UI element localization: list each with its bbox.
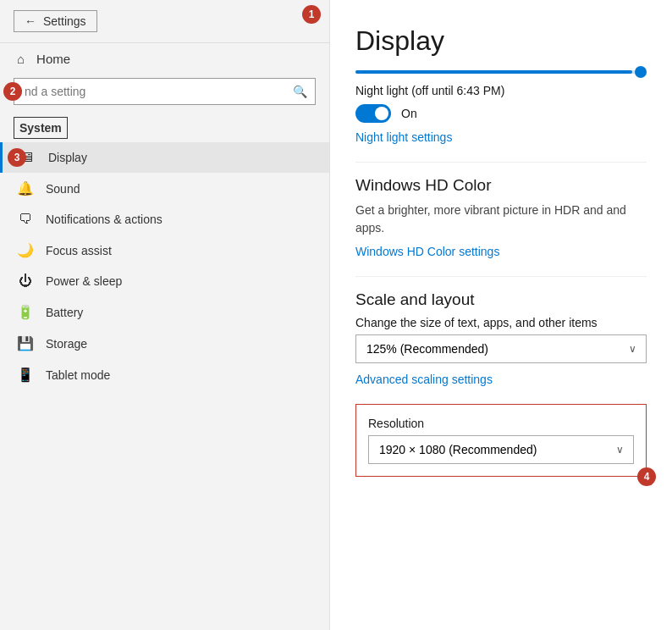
focus-label: Focus assist xyxy=(46,244,112,257)
night-light-section: Night light (off until 6:43 PM) On Night… xyxy=(355,84,647,145)
search-container: 2 🔍 xyxy=(14,78,316,105)
search-icon: 🔍 xyxy=(293,85,307,98)
tablet-label: Tablet mode xyxy=(46,368,110,382)
sidebar-item-power[interactable]: ⏻ Power & sleep xyxy=(0,266,329,296)
resolution-dropdown[interactable]: 1920 × 1080 (Recommended) 1280 × 720 136… xyxy=(368,435,634,464)
night-light-settings-link[interactable]: Night light settings xyxy=(355,130,452,144)
home-icon: ⌂ xyxy=(17,52,25,66)
battery-icon: 🔋 xyxy=(17,304,34,320)
toggle-knob xyxy=(375,107,388,120)
resolution-label: Resolution xyxy=(368,417,634,430)
battery-label: Battery xyxy=(46,306,83,319)
toggle-label: On xyxy=(401,107,417,120)
search-button[interactable]: 🔍 xyxy=(293,85,307,98)
annotation-badge-3: 3 xyxy=(8,148,26,167)
night-light-status: Night light (off until 6:43 PM) xyxy=(355,84,647,97)
sidebar: ← Settings 1 ⌂ Home 2 🔍 System 3 🖥 Displ… xyxy=(0,0,330,630)
sidebar-item-display[interactable]: 3 🖥 Display xyxy=(0,142,329,173)
sidebar-item-storage[interactable]: 💾 Storage xyxy=(0,328,329,359)
sidebar-item-tablet[interactable]: 📱 Tablet mode xyxy=(0,359,329,390)
sound-icon: 🔔 xyxy=(17,180,34,196)
sidebar-item-notifications[interactable]: 🗨 Notifications & actions xyxy=(0,204,329,235)
sidebar-item-focus[interactable]: 🌙 Focus assist xyxy=(0,235,329,266)
advanced-scaling-link[interactable]: Advanced scaling settings xyxy=(355,373,493,386)
divider-1 xyxy=(355,162,647,163)
nav-items: 3 🖥 Display 🔔 Sound 🗨 Notifications & ac… xyxy=(0,142,329,390)
divider-2 xyxy=(355,276,647,277)
scale-dropdown-wrapper: 100% 125% (Recommended) 150% 175% ∨ xyxy=(355,334,647,363)
scale-section: Scale and layout Change the size of text… xyxy=(355,290,647,387)
sidebar-item-home[interactable]: ⌂ Home xyxy=(0,43,329,75)
brightness-slider-fill xyxy=(355,70,632,74)
power-icon: ⏻ xyxy=(17,274,34,289)
page-title: Display xyxy=(355,25,647,57)
display-label: Display xyxy=(48,151,87,164)
power-label: Power & sleep xyxy=(46,274,122,288)
back-button[interactable]: ← Settings xyxy=(14,10,97,32)
scale-label: Change the size of text, apps, and other… xyxy=(355,316,647,329)
resolution-dropdown-wrapper: 1920 × 1080 (Recommended) 1280 × 720 136… xyxy=(368,435,634,464)
scale-title: Scale and layout xyxy=(355,290,647,309)
search-input[interactable] xyxy=(14,78,316,105)
brightness-slider-thumb[interactable] xyxy=(635,66,647,78)
toggle-container: On xyxy=(355,104,647,123)
storage-label: Storage xyxy=(46,337,87,351)
windows-hd-section: Windows HD Color Get a brighter, more vi… xyxy=(355,176,647,259)
sidebar-item-sound[interactable]: 🔔 Sound xyxy=(0,173,329,204)
settings-header: ← Settings 1 xyxy=(0,0,329,43)
system-section: System xyxy=(0,112,329,142)
brightness-slider-track xyxy=(355,70,647,74)
main-content: Display Night light (off until 6:43 PM) … xyxy=(330,0,672,630)
sound-label: Sound xyxy=(46,182,80,196)
annotation-badge-1: 1 xyxy=(302,5,321,24)
back-arrow-icon: ← xyxy=(25,14,36,28)
annotation-badge-2: 2 xyxy=(3,82,22,101)
focus-icon: 🌙 xyxy=(17,242,34,258)
windows-hd-title: Windows HD Color xyxy=(355,176,647,195)
notifications-label: Notifications & actions xyxy=(46,213,162,226)
settings-title: Settings xyxy=(43,14,86,28)
system-label: System xyxy=(14,117,68,139)
windows-hd-link[interactable]: Windows HD Color settings xyxy=(355,245,499,258)
night-light-toggle[interactable] xyxy=(355,104,391,123)
sidebar-item-battery[interactable]: 🔋 Battery xyxy=(0,296,329,328)
resolution-section: 4 Resolution 1920 × 1080 (Recommended) 1… xyxy=(355,404,647,477)
brightness-slider-container xyxy=(355,70,647,74)
tablet-icon: 📱 xyxy=(17,367,34,383)
annotation-badge-4: 4 xyxy=(637,467,656,486)
storage-icon: 💾 xyxy=(17,335,34,351)
notifications-icon: 🗨 xyxy=(17,212,34,227)
windows-hd-desc: Get a brighter, more vibrant picture in … xyxy=(355,202,647,237)
scale-dropdown[interactable]: 100% 125% (Recommended) 150% 175% xyxy=(355,334,647,363)
home-label: Home xyxy=(36,52,70,66)
